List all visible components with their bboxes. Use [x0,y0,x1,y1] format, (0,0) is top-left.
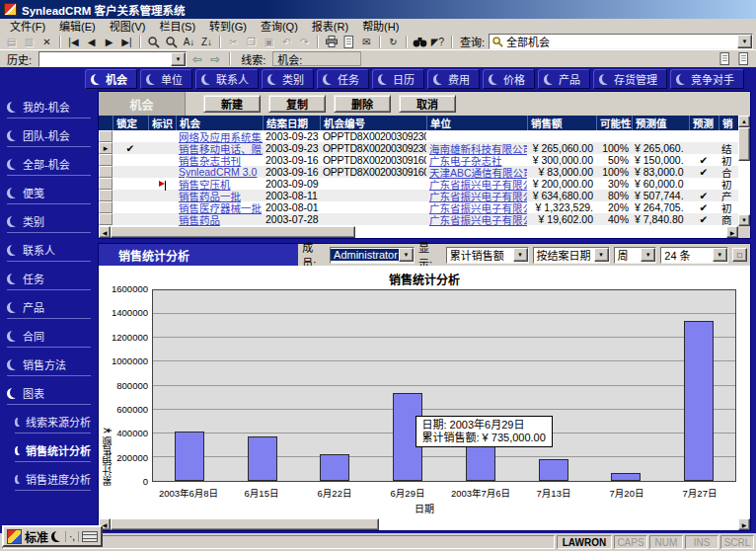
row-selector-cell[interactable] [99,154,113,166]
query-combobox[interactable]: 全部机会 ▼ [489,34,753,49]
help-pointer-icon[interactable]: ◤? [429,35,446,49]
tab-item-1[interactable]: 单位 [140,69,192,89]
menu-item-2[interactable]: 视图(V) [103,20,153,34]
sort-ascending-icon[interactable]: A↓ [181,35,197,49]
history-back-icon[interactable]: ⇦ [190,52,204,66]
tab-item-8[interactable]: 产品 [538,69,590,89]
menu-item-3[interactable]: 栏目(S) [152,20,202,34]
tab-item-0[interactable]: 机会 [85,69,137,89]
table-row[interactable]: 销售药品2003-07-28广东省振兴电子有限公司¥ 19,602.0040%¥… [99,213,738,225]
sidebar-item-12[interactable]: 销售统计分析 [0,440,96,469]
column-header-8[interactable]: 可能性 [596,116,632,130]
chart-bar[interactable] [248,436,277,481]
chart-bar[interactable] [466,444,495,481]
tab-item-10[interactable]: 竞争对手 [670,69,744,89]
group-by-combobox[interactable]: 按结案日期 ▼ [533,247,610,264]
chart-horizontal-scrollbar[interactable]: ◀ ▶ [99,518,750,530]
scrollbar-thumb[interactable] [111,226,355,238]
column-header-0[interactable] [99,116,113,130]
column-header-9[interactable]: 预测值 [632,116,689,130]
menu-item-0[interactable]: 文件(F) [3,20,52,34]
ime-mode-label[interactable]: 标准 [25,528,48,545]
table-row[interactable]: 销售杂志书刊2003-09-16OPPTD8X0020030916001广东电子… [99,154,738,166]
scrollbar-thumb[interactable] [738,127,750,161]
scroll-left-button[interactable]: ◀ [99,226,111,238]
next-record-icon[interactable]: ▶ [101,35,117,49]
sidebar-item-10[interactable]: 图表 [0,383,96,412]
prev-record-icon[interactable]: ◀ [83,35,100,49]
scroll-up-button[interactable]: ▲ [738,116,750,127]
sidebar-item-6[interactable]: 任务 [0,269,96,297]
first-record-icon[interactable]: |◀ [65,35,82,49]
delete-record-icon[interactable]: ✕ [38,35,55,49]
column-header-10[interactable]: 预测 [689,116,718,130]
ime-toolbar[interactable]: 标准 ·, [2,525,103,547]
column-header-6[interactable]: 单位 [426,116,527,130]
scroll-down-button[interactable]: ▼ [738,214,750,226]
column-header-7[interactable]: 销售额 [527,116,596,130]
refresh-icon[interactable]: ↻ [385,35,402,49]
row-selector-cell[interactable] [99,166,113,178]
sidebar-item-13[interactable]: 销售进度分析 [0,469,96,498]
tab-item-3[interactable]: 类别 [262,69,314,89]
column-header-1[interactable]: 锁定 [113,116,148,130]
sidebar-item-0[interactable]: 我的-机会 [0,97,96,125]
chart-bar[interactable] [175,432,204,481]
chart-bar[interactable] [611,473,641,481]
period-dropdown-button[interactable]: ▼ [641,248,655,262]
sidebar-item-1[interactable]: 团队-机会 [0,125,96,154]
menu-item-5[interactable]: 查询(Q) [254,20,305,34]
display-combobox[interactable]: 累计销售额 ▼ [446,247,529,264]
ime-fullwidth-moon-icon[interactable] [51,531,62,542]
history-dropdown-button[interactable]: ▼ [171,52,186,66]
column-header-2[interactable]: 标识 [148,116,176,130]
row-selector-cell[interactable]: ▸ [99,142,113,154]
ime-logo-icon[interactable] [7,529,22,544]
cancel-button[interactable]: 取消 [399,95,456,113]
tab-item-6[interactable]: 费用 [427,69,480,89]
copy-button[interactable]: 复制 [268,95,326,113]
table-horizontal-scrollbar[interactable]: ◀ ▶ [99,226,738,238]
column-header-4[interactable]: 结案日期 [263,116,320,130]
sidebar-item-7[interactable]: 产品 [0,297,96,326]
period-combobox[interactable]: 周 ▼ [614,247,657,264]
tab-item-9[interactable]: 存货管理 [593,69,667,89]
sidebar-item-9[interactable]: 销售方法 [0,354,96,383]
company-link[interactable]: 广东省振兴电子有限公司 [426,212,527,227]
tab-item-7[interactable]: 价格 [483,69,535,89]
query-new-icon[interactable] [145,35,162,49]
tab-item-5[interactable]: 日历 [372,69,424,89]
member-dropdown-button[interactable]: ▼ [399,248,414,262]
tab-item-2[interactable]: 联系人 [195,69,259,89]
panel-maximize-button[interactable]: □ [732,248,747,262]
print-icon[interactable] [323,35,340,49]
display-dropdown-button[interactable]: ▼ [513,248,528,262]
group-by-dropdown-button[interactable]: ▼ [594,248,609,262]
menu-item-6[interactable]: 报表(R) [305,20,355,34]
new-button[interactable]: 新建 [203,95,261,113]
row-selector-cell[interactable] [99,178,113,190]
sidebar-item-8[interactable]: 合同 [0,326,96,354]
chart-bar[interactable] [684,321,714,481]
opportunity-name-link[interactable]: 销售药品 [176,212,263,227]
view-page-alt-icon[interactable] [735,51,752,66]
delete-button[interactable]: 删除 [334,95,391,113]
sidebar-item-4[interactable]: 类别 [0,211,96,240]
query-edit-icon[interactable] [163,35,180,49]
view-page-icon[interactable] [717,51,733,66]
history-combobox[interactable]: ▼ [38,51,187,67]
scroll-right-button[interactable]: ▶ [738,518,750,530]
row-selector-cell[interactable] [99,213,113,225]
print-preview-icon[interactable] [340,35,357,49]
column-header-11[interactable]: 销 [718,116,738,130]
row-selector-cell[interactable] [99,130,113,142]
count-combobox[interactable]: 24 条 ▼ [660,247,727,264]
table-vertical-scrollbar[interactable]: ▲ ▼ [738,116,750,226]
chart-bar[interactable] [539,459,568,481]
row-selector-cell[interactable] [99,201,113,213]
sidebar-item-2[interactable]: 全部-机会 [0,154,96,183]
query-dropdown-button[interactable]: ▼ [737,35,752,48]
sidebar-item-5[interactable]: 联系人 [0,240,96,269]
tab-item-4[interactable]: 任务 [317,69,369,89]
row-selector-cell[interactable] [99,190,113,201]
